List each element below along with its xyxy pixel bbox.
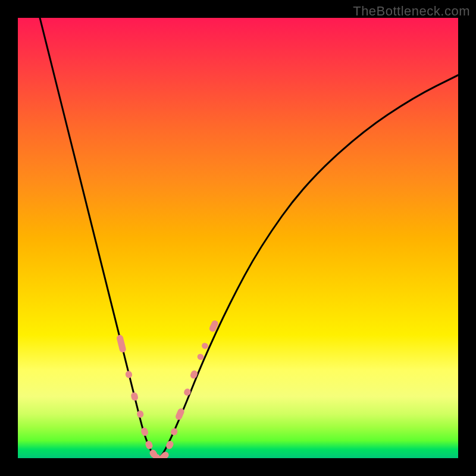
curve-left-branch bbox=[40, 18, 159, 458]
marker-left-branch-markers bbox=[125, 370, 133, 378]
curve-group bbox=[40, 18, 458, 458]
marker-right-branch-markers bbox=[183, 387, 192, 396]
plot-area bbox=[18, 18, 458, 458]
marker-left-branch-markers bbox=[116, 334, 127, 353]
chart-svg bbox=[18, 18, 458, 458]
marker-right-branch-markers bbox=[170, 427, 178, 436]
marker-left-branch-markers bbox=[145, 440, 154, 450]
marker-right-branch-markers bbox=[189, 369, 198, 380]
marker-group bbox=[116, 320, 220, 458]
curve-right-branch bbox=[159, 75, 458, 458]
marker-left-branch-markers bbox=[140, 427, 149, 437]
chart-container: TheBottleneck.com bbox=[0, 0, 476, 476]
marker-left-branch-markers bbox=[130, 392, 139, 401]
watermark-text: TheBottleneck.com bbox=[353, 4, 470, 19]
